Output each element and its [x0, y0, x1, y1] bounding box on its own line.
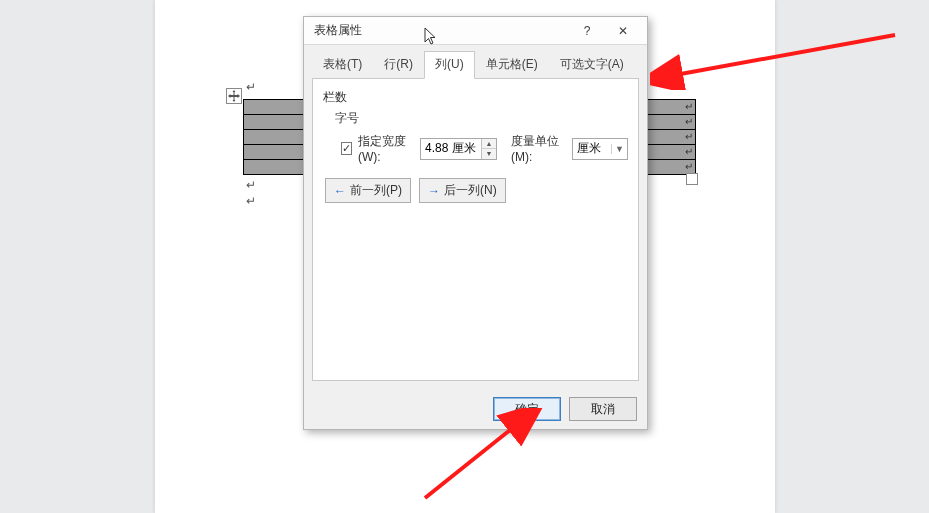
spin-up-icon[interactable]: ▲	[482, 139, 496, 149]
specify-width-label: 指定宽度(W):	[358, 133, 414, 164]
arrow-right-icon: →	[428, 184, 440, 198]
paragraph-mark: ↵	[246, 194, 256, 208]
dialog-footer: 确定 取消	[304, 389, 647, 429]
cell-mark: ↵	[685, 101, 693, 112]
table-properties-dialog: 表格属性 ? ✕ 表格(T) 行(R) 列(U) 单元格(E) 可选文字(A) …	[303, 16, 648, 430]
cell-mark: ↵	[685, 131, 693, 142]
tab-cell[interactable]: 单元格(E)	[475, 51, 549, 79]
measure-unit-label: 度量单位(M):	[511, 133, 566, 164]
sub-label-size: 字号	[335, 110, 628, 127]
width-spinner[interactable]: ▲ ▼	[481, 139, 496, 159]
tab-panel-column: 栏数 字号 指定宽度(W): 4.88 厘米 ▲ ▼ 度量单位(M): 厘米 ▼…	[312, 78, 639, 381]
next-column-button[interactable]: → 后一列(N)	[419, 178, 506, 203]
cancel-button[interactable]: 取消	[569, 397, 637, 421]
width-input[interactable]: 4.88 厘米 ▲ ▼	[420, 138, 497, 160]
paragraph-mark: ↵	[246, 178, 256, 192]
tab-column[interactable]: 列(U)	[424, 51, 475, 79]
tab-table[interactable]: 表格(T)	[312, 51, 373, 79]
next-column-label: 后一列(N)	[444, 182, 497, 199]
spin-down-icon[interactable]: ▼	[482, 149, 496, 159]
group-label-columns: 栏数	[323, 89, 628, 106]
dialog-title: 表格属性	[314, 22, 569, 39]
width-value[interactable]: 4.88 厘米	[421, 140, 481, 157]
ok-button[interactable]: 确定	[493, 397, 561, 421]
tab-alt-text[interactable]: 可选文字(A)	[549, 51, 635, 79]
cell-mark: ↵	[685, 161, 693, 172]
tab-row[interactable]: 行(R)	[373, 51, 424, 79]
cell-mark: ↵	[685, 146, 693, 157]
close-button[interactable]: ✕	[605, 20, 641, 42]
paragraph-mark: ↵	[246, 80, 256, 94]
cell-mark: ↵	[685, 116, 693, 127]
unit-value: 厘米	[573, 140, 611, 157]
table-move-handle-icon[interactable]	[226, 88, 242, 104]
unit-select[interactable]: 厘米 ▼	[572, 138, 628, 160]
specify-width-checkbox[interactable]	[341, 142, 352, 155]
dialog-titlebar[interactable]: 表格属性 ? ✕	[304, 17, 647, 45]
prev-column-button[interactable]: ← 前一列(P)	[325, 178, 411, 203]
dialog-tabs: 表格(T) 行(R) 列(U) 单元格(E) 可选文字(A)	[304, 45, 647, 79]
arrow-left-icon: ←	[334, 184, 346, 198]
prev-column-label: 前一列(P)	[350, 182, 402, 199]
help-button[interactable]: ?	[569, 20, 605, 42]
chevron-down-icon[interactable]: ▼	[611, 144, 627, 154]
table-resize-handle[interactable]	[686, 173, 698, 185]
